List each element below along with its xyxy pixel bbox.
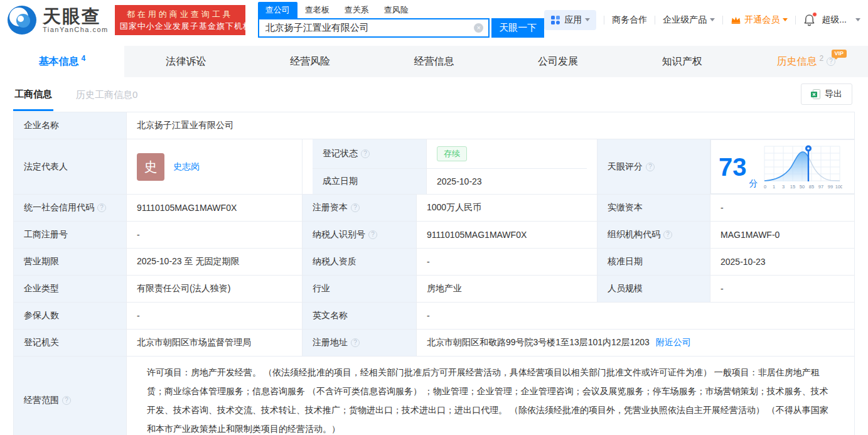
tyc-score-value: 73 [719,154,747,180]
field-label: 实缴资本 [597,195,710,222]
svg-text:3: 3 [781,184,784,190]
taxpayer-quality-value: - [417,249,597,276]
reg-address-cell: 北京市朝阳区和敬路99号院3号楼1至13层101内12层1203附近公司 [417,330,855,357]
nav-apps[interactable]: 应用 [544,10,596,30]
export-button[interactable]: 导出 [801,83,852,105]
subtab-business-registration[interactable]: 工商信息 [13,78,53,111]
taxpayer-id-value: 91110105MAG1MAWF0X [417,222,597,249]
export-label: 导出 [825,89,842,100]
help-icon[interactable] [351,338,360,347]
nav-vip-label: 开通会员 [744,14,780,26]
tab-company-development[interactable]: 公司发展 [496,46,620,77]
tyc-score-unit: 分 [749,178,758,190]
banner-line2: 国家中小企业发展子基金旗下机构 [120,20,240,32]
divider [604,16,604,24]
tab-label: 经营信息 [414,55,454,68]
field-label: 登记机关 [14,330,127,357]
help-icon[interactable] [646,163,655,171]
logo-domain: TianYanCha.com [43,26,109,33]
search-tab-company[interactable]: 查公司 [258,2,297,18]
notification-dot [812,12,817,17]
field-label: 核准日期 [597,249,710,276]
chevron-down-icon [855,18,860,21]
nav-business-cooperation[interactable]: 商务合作 [612,14,647,26]
excel-icon [811,89,820,99]
search-button[interactable]: 天眼一下 [491,18,544,38]
search-input[interactable] [259,19,489,36]
tab-basic-info[interactable]: 基本信息 4 [0,46,124,77]
nav-account-label: 超级... [822,14,847,26]
table-row-company-name: 企业名称 北京扬子江置业有限公司 [14,112,855,139]
tab-label: 基本信息 [38,55,78,68]
business-term-value: 2025-10-23 至 无固定期限 [127,249,303,276]
logo-name: 天眼查 [43,7,109,26]
svg-text:50: 50 [799,184,804,190]
field-label: 纳税人识别号 [303,222,417,249]
help-icon[interactable] [62,396,71,405]
field-label: 登记状态 [313,139,427,169]
tab-label: 公司发展 [538,55,578,68]
tab-legal-proceedings[interactable]: 法律诉讼 [124,46,249,77]
field-label: 人员规模 [597,276,710,303]
svg-text:97: 97 [818,184,823,190]
help-icon[interactable] [663,230,672,239]
nav-account[interactable]: 超级... [822,14,860,26]
brand-slogan-banner: 都在用的商业查询工具 国家中小企业发展子基金旗下机构 [115,5,245,35]
tab-label: 知识产权 [662,55,702,68]
english-name-value: - [417,303,855,330]
subtab-history-registration[interactable]: 历史工商信息0 [75,79,139,110]
app-grid-icon [550,15,560,25]
business-scope-value: 许可项目：房地产开发经营。 （依法须经批准的项目，经相关部门批准后方可开展经营活… [137,357,844,435]
table-row-legal-rep: 法定代表人 史 史志岗 登记状态 存续 成立日期 2025-10-23 天眼评分… [14,139,855,195]
banner-line1: 都在用的商业查询工具 [120,8,240,20]
tab-count: 2 [819,54,823,63]
table-row-credit-code: 统一社会信用代码 91110105MAG1MAWF0X 注册资本 1000万人民… [14,195,855,222]
tab-intellectual-property[interactable]: 知识产权 [620,46,744,77]
company-name-value: 北京扬子江置业有限公司 [127,112,855,139]
insured-count-value: - [127,303,303,330]
svg-text:15: 15 [790,184,795,190]
subtab-label: 历史工商信息 [76,89,132,100]
nav-open-vip[interactable]: 开通会员 [731,14,788,26]
tab-label: 经营风险 [290,55,330,68]
credit-code-value: 91110105MAG1MAWF0X [127,195,303,222]
nav-enterprise-products[interactable]: 企业级产品 [663,14,715,26]
help-icon[interactable] [97,203,106,212]
chevron-down-icon [710,18,715,21]
chevron-down-icon [783,18,788,21]
tab-label: 法律诉讼 [166,55,206,68]
field-label: 成立日期 [313,169,427,194]
table-row-business-scope: 经营范围 许可项目：房地产开发经营。 （依法须经批准的项目，经相关部门批准后方可… [14,357,855,435]
search-tab-relation[interactable]: 查关系 [337,2,377,18]
nav-cooperation-label: 商务合作 [612,14,647,26]
search-tab-boss[interactable]: 查老板 [297,2,337,18]
approval-date-value: 2025-10-23 [710,249,855,276]
nearby-companies-link[interactable]: 附近公司 [656,337,691,347]
field-label: 营业期限 [14,249,127,276]
help-icon[interactable] [368,230,377,239]
help-icon[interactable] [351,203,360,212]
table-row-business-term: 营业期限 2025-10-23 至 无固定期限 纳税人资质 - 核准日期 202… [14,249,855,276]
field-label-text: 注册资本 [313,202,348,212]
paid-capital-value: - [710,195,855,222]
status-badge: 存续 [437,146,467,161]
tab-label: 历史信息 [776,55,817,68]
search-tab-risk[interactable]: 查风险 [377,2,416,18]
divider [655,16,655,24]
clear-search-icon[interactable] [474,23,483,33]
tianyancha-logo[interactable]: 天眼查 TianYanCha.com [6,4,109,36]
table-row-reg-number: 工商注册号 - 纳税人识别号 91110105MAG1MAWF0X 组织机构代码… [14,222,855,249]
tab-history-info[interactable]: VIP 历史信息 2 [744,46,868,77]
field-label: 法定代表人 [14,139,127,195]
divider [722,16,723,24]
help-icon[interactable] [361,149,370,158]
tab-operating-risk[interactable]: 经营风险 [248,46,372,77]
field-label: 天眼评分 [597,139,710,195]
table-row-company-type: 企业类型 有限责任公司(法人独资) 行业 房地产业 人员规模 - [14,276,855,303]
main-tab-bar: 基本信息 4 法律诉讼 经营风险 经营信息 公司发展 知识产权 VIP 历史信息… [0,46,868,77]
tab-business-info[interactable]: 经营信息 [372,46,496,77]
notification-bell-icon[interactable] [803,14,815,26]
svg-text:100: 100 [835,184,842,190]
legal-rep-link[interactable]: 史志岗 [173,161,200,173]
content-area: 工商信息 历史工商信息0 导出 企业名称 北京扬子江置业有限公司 法定代表人 [0,77,868,435]
